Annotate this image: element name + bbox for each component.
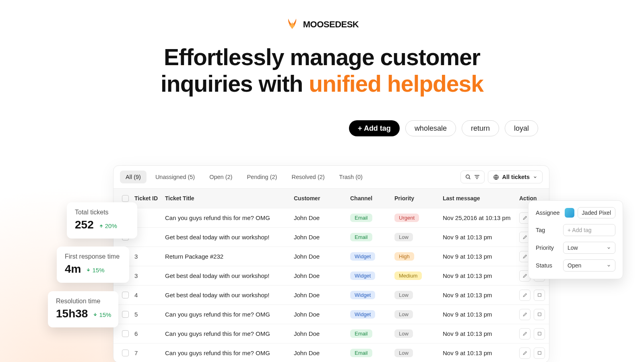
row-customer: John Doe [294, 253, 350, 260]
row-last-message: Nov 9 at 10:13 pm [443, 253, 519, 260]
col-channel: Channel [350, 195, 394, 202]
row-title: Can you guys refund this for me? OMG [165, 350, 294, 356]
row-id: 4 [134, 292, 165, 298]
stat-label: Total tickets [75, 209, 129, 216]
row-channel-chip: Email [350, 233, 372, 241]
tab-unassigned[interactable]: Unassigned (5) [150, 171, 200, 183]
row-channel-chip: Email [350, 329, 372, 338]
tab-pending[interactable]: Pending (2) [241, 171, 283, 183]
table-row[interactable]: 6 Can you guys refund this for me? OMG J… [114, 324, 549, 343]
archive-icon [537, 331, 542, 336]
row-channel-chip: Widget [350, 252, 375, 261]
table-row[interactable]: 4 Get best deal today with our workshop!… [114, 285, 549, 304]
filter-icon [474, 174, 480, 180]
panel-priority-select[interactable]: Low [563, 242, 615, 254]
svg-rect-11 [538, 313, 541, 316]
hero-line2-a: inquiries with [161, 71, 309, 97]
ticket-detail-panel: Assignee Jaded Pixel Tag + Add tag Prior… [528, 200, 623, 279]
select-all-checkbox[interactable] [122, 195, 129, 202]
row-edit-button[interactable] [519, 328, 530, 339]
row-edit-button[interactable] [519, 309, 530, 320]
tag-pill-return[interactable]: return [462, 120, 499, 136]
row-title: Return Package #232 [165, 253, 294, 260]
row-id: 3 [134, 272, 165, 279]
tab-resolved[interactable]: Resolved (2) [286, 171, 330, 183]
row-checkbox[interactable] [122, 330, 129, 337]
table-row[interactable]: 3 Get best deal today with our workshop!… [114, 266, 549, 285]
tag-row: + Add tag wholesale return loyal [0, 120, 644, 136]
search-filter-button[interactable] [460, 171, 485, 183]
row-archive-button[interactable] [534, 309, 545, 320]
row-last-message: Nov 9 at 10:13 pm [443, 292, 519, 298]
row-title: Can you guys refund this for me? OMG [165, 330, 294, 337]
table-row[interactable]: Get best deal today with our workshop! J… [114, 227, 549, 247]
row-id: 6 [134, 330, 165, 337]
tickets-card: All (9) Unassigned (5) Open (2) Pending … [113, 165, 549, 362]
row-priority-chip: High [394, 252, 414, 261]
arrow-up-icon [99, 223, 104, 228]
tab-open[interactable]: Open (2) [204, 171, 238, 183]
row-channel-chip: Email [350, 349, 372, 357]
tag-pill-wholesale[interactable]: wholesale [405, 120, 456, 136]
add-tag-button[interactable]: + Add tag [349, 120, 400, 136]
row-actions [519, 309, 549, 320]
hero-headline: Effortlessly manage customer inquiries w… [0, 44, 644, 97]
row-last-message: Nov 9 at 10:13 pm [443, 311, 519, 318]
assignee-avatar [565, 208, 574, 218]
tag-pill-loyal[interactable]: loyal [505, 120, 538, 136]
row-edit-button[interactable] [519, 348, 530, 359]
pencil-icon [522, 312, 528, 317]
row-checkbox[interactable] [122, 292, 129, 298]
pencil-icon [522, 292, 528, 298]
assignee-value[interactable]: Jaded Pixel [578, 207, 615, 218]
arrow-down-icon [86, 267, 91, 273]
stat-delta: 15% [93, 311, 111, 318]
archive-icon [537, 312, 542, 317]
row-channel-chip: Widget [350, 291, 375, 299]
row-priority-chip: Urgent [394, 214, 419, 222]
row-id: 3 [134, 253, 165, 260]
svg-rect-12 [538, 332, 541, 335]
row-checkbox[interactable] [122, 311, 129, 318]
row-customer: John Doe [294, 330, 350, 337]
row-priority-chip: Low [394, 291, 413, 299]
tab-trash[interactable]: Trash (0) [334, 171, 368, 183]
row-archive-button[interactable] [534, 348, 545, 359]
row-title: Get best deal today with our workshop! [165, 234, 294, 241]
panel-tag-input[interactable]: + Add tag [563, 224, 615, 236]
pencil-icon [522, 273, 528, 278]
stat-delta: 15% [86, 267, 104, 274]
row-archive-button[interactable] [534, 328, 545, 339]
panel-tag-label: Tag [536, 227, 545, 233]
col-id: Ticket ID [134, 195, 165, 202]
search-icon [465, 174, 471, 180]
row-edit-button[interactable] [519, 290, 530, 301]
table-row[interactable]: 5 Can you guys refund this for me? OMG J… [114, 304, 549, 324]
row-priority-chip: Low [394, 329, 413, 338]
table-row[interactable]: Can you guys refund this for me? OMG Joh… [114, 208, 549, 227]
row-last-message: Nov 9 at 10:13 pm [443, 272, 519, 279]
chevron-down-icon [607, 263, 611, 268]
pencil-icon [522, 215, 528, 220]
table-row[interactable]: 7 Can you guys refund this for me? OMG J… [114, 343, 549, 362]
all-tickets-dropdown[interactable]: All tickets [488, 171, 543, 183]
panel-status-label: Status [536, 262, 552, 269]
tab-all[interactable]: All (9) [120, 171, 147, 183]
chevron-down-icon [533, 175, 537, 179]
row-priority-chip: Low [394, 310, 413, 319]
hero-line1: Effortlessly manage customer [164, 44, 480, 70]
svg-point-0 [466, 175, 469, 179]
row-customer: John Doe [294, 350, 350, 356]
row-customer: John Doe [294, 311, 350, 318]
stat-label: First response time [65, 253, 121, 260]
table-row[interactable]: 3 Return Package #232 John Doe Widget Hi… [114, 247, 549, 266]
stat-value: 15h38 [56, 307, 88, 320]
brand-header: MOOSEDESK [0, 0, 644, 32]
stat-card-total-tickets: Total tickets 252 20% [67, 202, 137, 239]
table-header: Ticket ID Ticket Title Customer Channel … [114, 189, 549, 208]
panel-priority-label: Priority [536, 245, 554, 251]
panel-status-select[interactable]: Open [563, 259, 615, 272]
row-archive-button[interactable] [534, 290, 545, 301]
row-checkbox[interactable] [122, 350, 129, 356]
row-customer: John Doe [294, 214, 350, 221]
